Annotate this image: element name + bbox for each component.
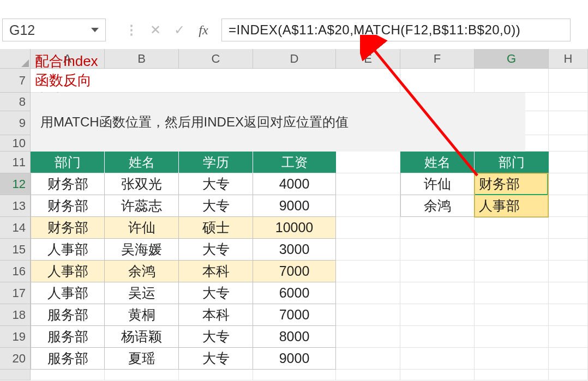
cell[interactable] (400, 326, 475, 348)
table-cell-edu[interactable]: 大专 (179, 282, 253, 304)
cell[interactable] (400, 348, 475, 370)
table-header[interactable]: 学历 (179, 152, 253, 173)
cell[interactable] (400, 282, 475, 304)
row-header[interactable]: 8 (0, 93, 31, 111)
cell[interactable] (336, 173, 400, 195)
table-cell-edu[interactable]: 大专 (179, 348, 253, 370)
enter-icon[interactable]: ✓ (168, 19, 191, 41)
table-header[interactable]: 部门 (31, 152, 105, 173)
table-cell-edu[interactable]: 本科 (179, 261, 253, 282)
cell[interactable] (336, 69, 400, 93)
table-cell-dept[interactable]: 财务部 (31, 173, 105, 195)
table-cell-dept[interactable]: 财务部 (31, 195, 105, 217)
table-cell-name[interactable]: 张双光 (105, 173, 179, 195)
row-header[interactable]: 15 (0, 239, 31, 261)
table-cell-salary[interactable]: 4000 (253, 173, 336, 195)
cell[interactable] (549, 69, 588, 93)
column-header[interactable]: B (105, 49, 179, 69)
table-cell-edu[interactable]: 大专 (179, 173, 253, 195)
table-cell-dept[interactable]: 人事部 (31, 282, 105, 304)
cell[interactable] (336, 217, 400, 239)
cell[interactable] (549, 152, 588, 173)
lookup-name-cell[interactable]: 许仙 (400, 173, 475, 195)
cell[interactable] (475, 282, 549, 304)
cell[interactable] (475, 304, 549, 326)
cell[interactable] (549, 282, 588, 304)
column-header[interactable]: H (549, 49, 588, 69)
table-cell-dept[interactable]: 人事部 (31, 261, 105, 282)
column-header[interactable]: F (400, 49, 475, 69)
cell[interactable] (475, 261, 549, 282)
title-cell[interactable]: 配合Index函数反向查找 (31, 69, 105, 93)
table-cell-dept[interactable]: 财务部 (31, 217, 105, 239)
row-header[interactable]: 9 (0, 111, 31, 135)
cell[interactable] (549, 326, 588, 348)
cell[interactable] (336, 261, 400, 282)
lookup-header[interactable]: 部门 (475, 152, 549, 173)
row-header[interactable]: 10 (0, 135, 31, 152)
table-cell-name[interactable]: 吴海媛 (105, 239, 179, 261)
cell[interactable] (549, 348, 588, 370)
table-cell-dept[interactable]: 人事部 (31, 239, 105, 261)
cell[interactable] (400, 370, 475, 380)
table-cell-name[interactable]: 杨语颖 (105, 326, 179, 348)
table-cell-dept[interactable]: 服务部 (31, 326, 105, 348)
table-cell-salary[interactable]: 7000 (253, 304, 336, 326)
table-cell-name[interactable]: 夏瑶 (105, 348, 179, 370)
cell[interactable] (475, 348, 549, 370)
row-header[interactable]: 14 (0, 217, 31, 239)
cell[interactable] (400, 69, 475, 93)
cell[interactable] (400, 217, 475, 239)
table-cell-name[interactable]: 黄桐 (105, 304, 179, 326)
table-header[interactable]: 姓名 (105, 152, 179, 173)
row-header[interactable]: 12 (0, 173, 31, 195)
name-box[interactable]: G12 (2, 19, 106, 41)
column-header[interactable]: C (179, 49, 253, 69)
cell[interactable] (475, 217, 549, 239)
table-cell-name[interactable]: 吴运 (105, 282, 179, 304)
cell[interactable] (336, 348, 400, 370)
cell[interactable] (549, 217, 588, 239)
table-header[interactable]: 工资 (253, 152, 336, 173)
cell[interactable] (549, 195, 588, 217)
cancel-icon[interactable]: ✕ (144, 19, 167, 41)
row-header[interactable] (0, 370, 31, 380)
cell[interactable] (105, 370, 179, 380)
table-cell-salary[interactable]: 8000 (253, 326, 336, 348)
cell[interactable] (105, 69, 179, 93)
table-cell-name[interactable]: 许仙 (105, 217, 179, 239)
cell[interactable] (253, 69, 336, 93)
cell[interactable] (549, 370, 588, 380)
cell[interactable] (549, 239, 588, 261)
cell[interactable] (336, 239, 400, 261)
cell[interactable] (549, 93, 588, 111)
cell[interactable] (336, 195, 400, 217)
cell[interactable] (336, 370, 400, 380)
cell[interactable] (400, 261, 475, 282)
cell[interactable] (549, 173, 588, 195)
select-all-corner[interactable] (0, 49, 31, 69)
cell[interactable] (475, 239, 549, 261)
cell[interactable] (336, 282, 400, 304)
cell[interactable] (336, 152, 400, 173)
row-header[interactable]: 16 (0, 261, 31, 282)
cell[interactable] (336, 326, 400, 348)
column-header[interactable]: E (336, 49, 400, 69)
table-cell-edu[interactable]: 大专 (179, 195, 253, 217)
row-header[interactable]: 11 (0, 152, 31, 173)
lookup-result-cell[interactable]: 财务部 (475, 173, 549, 195)
cell[interactable] (549, 135, 588, 152)
table-cell-dept[interactable]: 服务部 (31, 348, 105, 370)
table-cell-edu[interactable]: 大专 (179, 326, 253, 348)
lookup-name-cell[interactable]: 余鸿 (400, 195, 475, 217)
fx-icon[interactable]: fx (192, 19, 215, 41)
cell[interactable] (336, 304, 400, 326)
formula-bar-input[interactable]: =INDEX(A$11:A$20,MATCH(F12,B$11:B$20,0)) (221, 19, 571, 41)
cell[interactable] (549, 304, 588, 326)
cell[interactable] (475, 370, 549, 380)
cell[interactable] (31, 370, 105, 380)
cell[interactable] (475, 326, 549, 348)
table-cell-edu[interactable]: 硕士 (179, 217, 253, 239)
table-cell-dept[interactable]: 服务部 (31, 304, 105, 326)
row-header[interactable]: 13 (0, 195, 31, 217)
